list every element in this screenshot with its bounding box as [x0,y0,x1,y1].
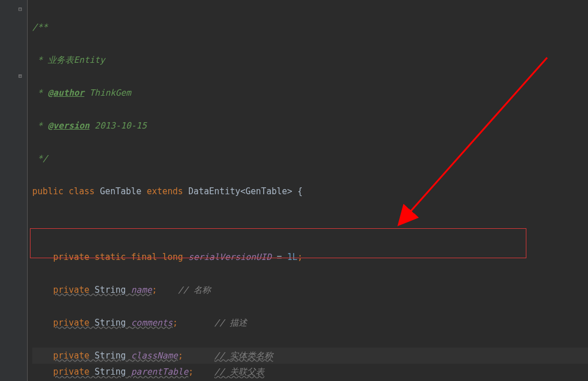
number: 1L [287,252,298,262]
brace: { [298,186,303,197]
code-area[interactable]: /** * 业务表Entity * @author ThinkGem * @ve… [28,0,588,381]
kw-private: private [53,285,89,295]
kw-private: private [53,367,89,377]
doc-comment: * [32,120,48,131]
type: String [89,285,131,295]
field-classname: className [131,350,178,361]
doc-comment: * [32,88,48,98]
kw-extends: extends [147,186,183,197]
field-comments: comments [131,318,173,328]
type: String [89,318,131,328]
kw-private: private [53,350,89,361]
doc-author: ThinkGem [84,88,131,98]
doc-author-tag: @author [48,88,84,98]
type: String [89,350,131,361]
gutter: ⊟ ⊞ [0,0,28,381]
generic-type: GenTable [245,186,287,197]
comment: // 名称 [178,285,211,295]
doc-comment: */ [32,153,48,164]
code-editor: ⊟ ⊞ /** * 业务表Entity * @author ThinkGem *… [0,0,588,381]
doc-version-tag: @version [48,120,89,131]
kw-public: public [32,186,63,197]
doc-version: 2013-10-15 [89,120,146,131]
field-name: name [131,285,152,295]
comment: // 描述 [214,318,247,328]
doc-comment: /** [32,22,48,32]
parent-class: DataEntity [188,186,240,197]
field-serial: serialVersionUID [188,252,272,262]
class-name: GenTable [100,186,141,197]
fold-icon[interactable]: ⊞ [18,70,25,77]
kw-class: class [69,186,94,197]
comment: // 实体类名称 [214,350,273,361]
kw-private: private [53,318,89,328]
kw-modifiers: private static final long [53,252,188,262]
comment: // 关联父表 [214,367,264,377]
doc-comment: * 业务表Entity [32,55,105,65]
fold-icon[interactable]: ⊟ [18,3,25,10]
field-parenttable: parentTable [131,367,188,377]
type: String [89,367,131,377]
